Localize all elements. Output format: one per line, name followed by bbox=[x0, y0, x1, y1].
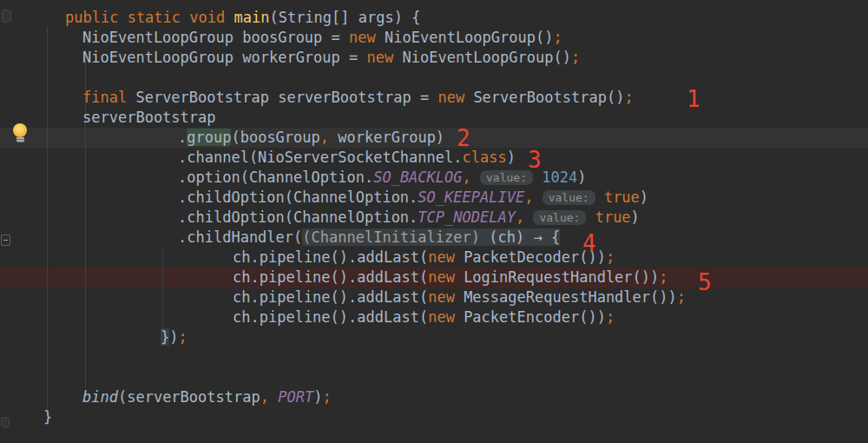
code-line[interactable] bbox=[0, 367, 868, 387]
code-token bbox=[586, 208, 595, 226]
code-token: ; bbox=[606, 308, 615, 326]
code-token bbox=[471, 169, 480, 186]
code-token: (String[] args) { bbox=[269, 9, 420, 26]
code-line[interactable]: NioEventLoopGroup workerGroup = new NioE… bbox=[0, 48, 868, 68]
code-token: NioEventLoopGroup workerGroup = bbox=[82, 49, 367, 66]
code-token: ) bbox=[313, 388, 322, 406]
code-token: , bbox=[516, 208, 524, 226]
code-token: MessageRequestHandler()) bbox=[455, 288, 677, 306]
intention-lightbulb-icon[interactable] bbox=[13, 123, 27, 142]
code-token: serverBootstrap bbox=[82, 109, 216, 126]
param-hint-pill: value: bbox=[542, 190, 595, 205]
code-token: , bbox=[320, 129, 329, 146]
code-token: new bbox=[437, 89, 464, 106]
code-token: new bbox=[367, 49, 394, 66]
code-token: ch.pipeline().addLast( bbox=[233, 308, 428, 326]
code-token: ; bbox=[659, 268, 667, 286]
code-token: LoginRequestHandler()) bbox=[455, 268, 659, 286]
code-token: new bbox=[428, 248, 455, 266]
param-hint-pill: value: bbox=[480, 170, 533, 185]
param-hint-pill: value: bbox=[533, 210, 586, 225]
code-token: ; bbox=[553, 29, 562, 46]
code-token: main bbox=[233, 9, 269, 26]
code-token: (boosGroup bbox=[231, 129, 319, 146]
code-token: new bbox=[428, 288, 455, 306]
code-token: ch.pipeline().addLast( bbox=[233, 248, 428, 266]
code-token: workerGroup) bbox=[329, 129, 444, 146]
code-token: ch.pipeline().addLast( bbox=[233, 288, 428, 306]
code-line[interactable]: .childOption(ChannelOption.SO_KEEPALIVE,… bbox=[0, 188, 868, 208]
code-token: NioEventLoopGroup() bbox=[376, 29, 554, 46]
code-line[interactable]: .childOption(ChannelOption.TCP_NODELAY, … bbox=[0, 208, 868, 228]
code-token: SO_BACKLOG bbox=[373, 169, 462, 186]
code-lines: public static void main(String[] args) {… bbox=[0, 8, 868, 427]
code-token: group bbox=[187, 129, 231, 146]
code-token: , bbox=[524, 188, 533, 206]
code-line[interactable] bbox=[0, 68, 868, 88]
code-token: ServerBootstrap serverBootstrap = bbox=[127, 89, 437, 106]
code-token: ) bbox=[169, 328, 178, 346]
code-token: , bbox=[463, 169, 471, 186]
code-line[interactable]: .channel(NioServerSocketChannel.class) bbox=[0, 148, 868, 168]
code-token: bind bbox=[82, 388, 118, 406]
code-token: (ch) → { bbox=[480, 228, 560, 246]
step-annotation: 2 bbox=[457, 127, 470, 149]
code-token: ch.pipeline().addLast( bbox=[233, 268, 428, 286]
code-token: ; bbox=[624, 89, 633, 106]
code-line[interactable]: ch.pipeline().addLast(new PacketEncoder(… bbox=[0, 307, 868, 327]
code-line[interactable]: ch.pipeline().addLast(new LoginRequestHa… bbox=[0, 268, 868, 288]
code-line[interactable]: ch.pipeline().addLast(new MessageRequest… bbox=[0, 288, 868, 307]
code-token: new bbox=[428, 308, 455, 326]
code-token: class bbox=[463, 149, 507, 166]
code-token bbox=[524, 208, 533, 226]
gutter-marker-icon bbox=[2, 10, 11, 23]
code-line[interactable]: .group(boosGroup, workerGroup) bbox=[0, 128, 868, 148]
code-token: .childHandler( bbox=[178, 228, 302, 246]
gutter-marker-icon bbox=[1, 417, 10, 427]
code-token: NioEventLoopGroup boosGroup = bbox=[82, 29, 349, 46]
code-token: ; bbox=[179, 328, 187, 346]
step-annotation: 1 bbox=[687, 88, 700, 110]
code-line[interactable]: serverBootstrap bbox=[0, 108, 868, 128]
code-line[interactable]: .childHandler((ChannelInitializer) (ch) … bbox=[0, 228, 868, 248]
code-token: . bbox=[178, 129, 187, 146]
step-annotation: 3 bbox=[528, 149, 542, 171]
step-annotation: 5 bbox=[698, 271, 712, 294]
code-line[interactable]: public static void main(String[] args) { bbox=[0, 8, 868, 28]
code-token: NioEventLoopGroup() bbox=[393, 49, 571, 66]
code-line[interactable]: final ServerBootstrap serverBootstrap = … bbox=[0, 88, 868, 108]
code-line[interactable]: } bbox=[0, 407, 868, 427]
code-token: ; bbox=[677, 288, 686, 306]
code-token: new bbox=[428, 268, 455, 286]
code-token bbox=[269, 388, 278, 406]
code-token: .option(ChannelOption. bbox=[178, 169, 373, 186]
code-token: , bbox=[260, 388, 269, 406]
code-token bbox=[533, 188, 542, 206]
code-line[interactable] bbox=[0, 347, 868, 367]
code-line[interactable]: bind(serverBootstrap, PORT); bbox=[0, 387, 868, 407]
lightbulb-head bbox=[13, 123, 27, 137]
code-token: TCP_NODELAY bbox=[418, 208, 516, 226]
code-token: .childOption(ChannelOption. bbox=[178, 188, 418, 206]
code-token: final bbox=[82, 89, 127, 106]
code-line[interactable]: ch.pipeline().addLast(new PacketDecoder(… bbox=[0, 248, 868, 268]
code-token: ) bbox=[631, 208, 640, 226]
lightbulb-base bbox=[16, 137, 24, 142]
code-token: PORT bbox=[278, 388, 313, 406]
code-token: PacketEncoder()) bbox=[455, 308, 606, 326]
code-line[interactable]: NioEventLoopGroup boosGroup = new NioEve… bbox=[0, 28, 868, 48]
code-token: ; bbox=[322, 388, 331, 406]
code-token: ) bbox=[507, 149, 516, 166]
code-token: true bbox=[604, 188, 640, 206]
code-token: ; bbox=[571, 49, 580, 66]
code-token bbox=[595, 188, 604, 206]
code-editor[interactable]: public static void main(String[] args) {… bbox=[0, 0, 868, 443]
code-token: ) bbox=[577, 169, 586, 186]
code-token: (serverBootstrap bbox=[118, 388, 260, 406]
fold-indicator-icon[interactable] bbox=[1, 235, 10, 246]
code-token: } bbox=[161, 328, 169, 346]
code-token: ; bbox=[606, 248, 615, 266]
code-line[interactable]: .option(ChannelOption.SO_BACKLOG, value:… bbox=[0, 168, 868, 188]
code-line[interactable]: }); bbox=[0, 327, 868, 347]
code-token: .channel(NioServerSocketChannel. bbox=[178, 149, 463, 166]
